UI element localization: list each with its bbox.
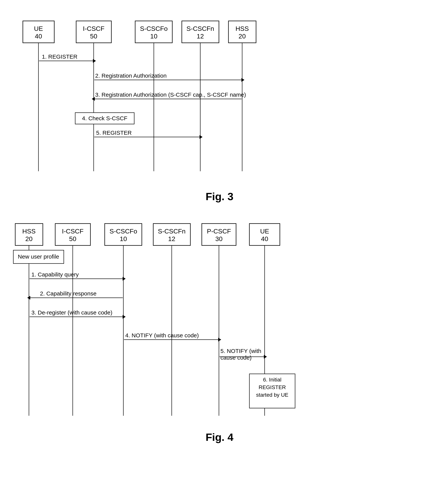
svg-text:4. Check S-CSCF: 4. Check S-CSCF <box>82 115 127 121</box>
svg-text:started by UE: started by UE <box>256 392 288 398</box>
svg-rect-9 <box>182 21 219 43</box>
svg-text:3. De-register (with cause cod: 3. De-register (with cause code) <box>31 309 112 316</box>
svg-text:20: 20 <box>239 33 246 40</box>
svg-marker-64 <box>27 296 30 300</box>
svg-text:40: 40 <box>261 235 268 242</box>
svg-text:REGISTER: REGISTER <box>258 384 286 390</box>
svg-rect-0 <box>23 21 54 43</box>
svg-text:UE: UE <box>260 228 269 235</box>
svg-rect-76 <box>249 374 295 408</box>
svg-text:1. REGISTER: 1. REGISTER <box>42 53 77 60</box>
svg-text:3. Registration Authorization : 3. Registration Authorization (S-CSCF ca… <box>95 92 246 98</box>
svg-text:5. NOTIFY (with: 5. NOTIFY (with <box>220 348 261 354</box>
svg-text:S-CSCFn: S-CSCFn <box>158 228 185 235</box>
svg-text:10: 10 <box>150 33 158 40</box>
svg-text:P-CSCF: P-CSCF <box>207 228 231 235</box>
svg-text:50: 50 <box>69 235 76 242</box>
fig4-caption: Fig. 4 <box>12 431 427 443</box>
svg-marker-67 <box>122 315 126 319</box>
fig3-svg: UE 40 I-CSCF 50 S-CSCFo 10 S-CSCFn 12 HS… <box>12 15 430 187</box>
svg-text:20: 20 <box>25 235 33 242</box>
svg-text:5. REGISTER: 5. REGISTER <box>96 129 132 136</box>
svg-text:S-CSCFo: S-CSCFo <box>110 228 137 235</box>
fig4-svg: HSS 20 I-CSCF 50 S-CSCFo 10 S-CSCFn 12 P… <box>12 218 430 427</box>
svg-rect-34 <box>15 223 43 246</box>
svg-text:2. Capability response: 2. Capability response <box>40 290 97 297</box>
svg-text:I-CSCF: I-CSCF <box>83 25 104 32</box>
svg-rect-37 <box>55 223 90 246</box>
svg-text:10: 10 <box>120 235 127 242</box>
svg-text:S-CSCFo: S-CSCFo <box>140 25 168 32</box>
fig3-caption: Fig. 3 <box>12 190 427 203</box>
svg-rect-12 <box>229 21 256 43</box>
svg-rect-3 <box>76 21 111 43</box>
svg-text:cause code): cause code) <box>220 354 252 361</box>
svg-text:12: 12 <box>197 33 204 40</box>
svg-text:50: 50 <box>90 33 97 40</box>
svg-marker-24 <box>241 78 244 82</box>
svg-marker-73 <box>264 355 267 359</box>
svg-rect-43 <box>153 223 190 246</box>
svg-text:HSS: HSS <box>22 228 36 235</box>
svg-marker-32 <box>199 135 203 139</box>
svg-text:2. Registration Authorization: 2. Registration Authorization <box>95 72 167 79</box>
svg-text:30: 30 <box>215 235 222 242</box>
fig3-diagram: UE 40 I-CSCF 50 S-CSCFo 10 S-CSCFn 12 HS… <box>12 15 430 187</box>
svg-marker-70 <box>218 338 221 341</box>
svg-text:S-CSCFn: S-CSCFn <box>186 25 214 32</box>
svg-text:4. NOTIFY (with cause code): 4. NOTIFY (with cause code) <box>125 332 199 339</box>
svg-rect-58 <box>13 250 64 264</box>
svg-text:12: 12 <box>168 235 175 242</box>
svg-text:1. Capability query: 1. Capability query <box>31 271 79 278</box>
svg-marker-21 <box>93 59 96 63</box>
svg-text:New user profile: New user profile <box>18 253 59 260</box>
svg-rect-40 <box>105 223 142 246</box>
svg-text:HSS: HSS <box>235 25 249 32</box>
svg-text:UE: UE <box>34 25 43 32</box>
svg-rect-46 <box>202 223 236 246</box>
svg-rect-49 <box>249 223 280 246</box>
main-container: UE 40 I-CSCF 50 S-CSCFo 10 S-CSCFn 12 HS… <box>0 0 439 451</box>
svg-rect-6 <box>135 21 172 43</box>
svg-rect-29 <box>75 113 134 124</box>
svg-text:I-CSCF: I-CSCF <box>62 228 83 235</box>
fig4-diagram: HSS 20 I-CSCF 50 S-CSCFo 10 S-CSCFn 12 P… <box>12 218 430 427</box>
svg-text:6. Initial: 6. Initial <box>263 377 281 383</box>
svg-marker-27 <box>92 97 95 101</box>
svg-marker-61 <box>122 277 126 281</box>
svg-text:40: 40 <box>35 33 42 40</box>
